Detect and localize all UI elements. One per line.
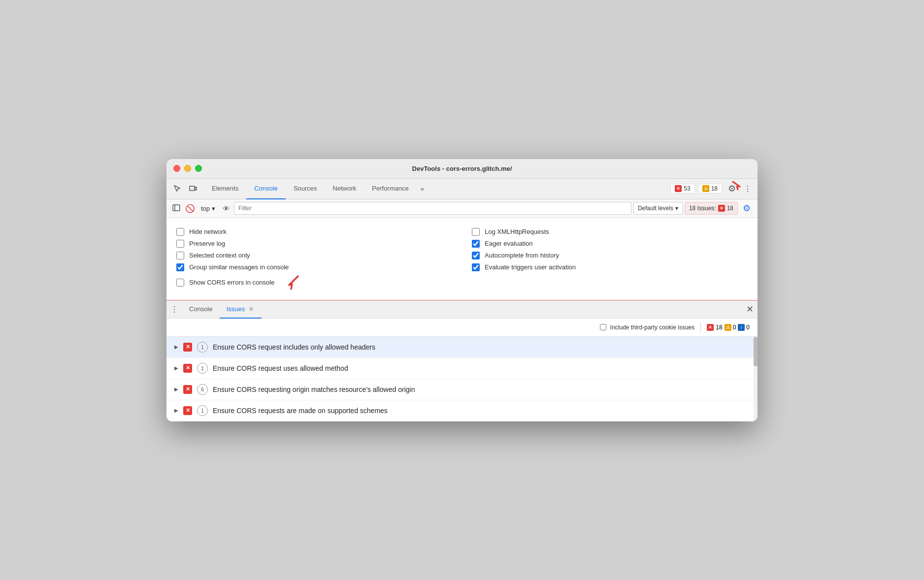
context-dropdown-arrow: ▾ xyxy=(212,205,215,212)
group-similar-label: Group similar messages in console xyxy=(189,263,289,271)
selected-context-checkbox[interactable] xyxy=(176,252,184,259)
log-xml-checkbox[interactable] xyxy=(472,228,480,236)
error-count-badge[interactable]: ✕ 53 xyxy=(670,184,694,193)
traffic-lights xyxy=(173,165,202,172)
log-levels-selector[interactable]: Default levels ▾ xyxy=(633,202,683,215)
window-title: DevTools - cors-errors.glitch.me/ xyxy=(412,165,512,172)
issue-count-3: 6 xyxy=(197,384,208,395)
selected-context-row: Selected context only xyxy=(176,250,452,261)
titlebar: DevTools - cors-errors.glitch.me/ xyxy=(166,159,758,179)
group-similar-row: Group similar messages in console xyxy=(176,261,452,273)
console-settings-button[interactable]: ⚙ xyxy=(740,201,754,215)
eager-eval-row: Eager evaluation xyxy=(472,238,748,250)
eval-triggers-row: Evaluate triggers user activation xyxy=(472,261,748,273)
svg-rect-1 xyxy=(195,187,197,190)
device-toolbar-button[interactable] xyxy=(186,182,200,195)
warn-count-badge[interactable]: ⚠ 18 xyxy=(698,184,722,193)
close-issues-tab-button[interactable]: ✕ xyxy=(248,306,255,313)
issue-title-3: Ensure CORS requesting origin matches re… xyxy=(213,386,415,393)
tab-elements[interactable]: Elements xyxy=(204,179,246,199)
tabs-right: ✕ 53 ⚠ 18 ⚙ ⋮ xyxy=(670,182,754,195)
tab-icons xyxy=(170,182,200,195)
third-party-filter: Include third-party cookie issues xyxy=(600,324,694,331)
preserve-log-checkbox[interactable] xyxy=(176,240,184,248)
issue-error-icon-4: ✕ xyxy=(183,406,192,415)
scrollbar-track xyxy=(754,337,758,421)
issue-count-1: 1 xyxy=(197,342,208,353)
autocomplete-row: Autocomplete from history xyxy=(472,250,748,261)
close-bottom-panel-button[interactable]: ✕ xyxy=(746,304,754,315)
issue-row-2[interactable]: ▶ ✕ 1 Ensure CORS request uses allowed m… xyxy=(166,358,758,379)
context-selector[interactable]: top ▾ xyxy=(198,204,218,213)
more-tabs-button[interactable]: » xyxy=(417,185,428,193)
autocomplete-checkbox[interactable] xyxy=(472,252,480,259)
issue-row-3[interactable]: ▶ ✕ 6 Ensure CORS requesting origin matc… xyxy=(166,379,758,400)
settings-left-col: Hide network Preserve log Selected conte… xyxy=(176,226,452,292)
third-party-checkbox[interactable] xyxy=(600,324,606,330)
selected-context-label: Selected context only xyxy=(189,252,250,259)
issue-row-4[interactable]: ▶ ✕ 1 Ensure CORS requests are made on s… xyxy=(166,400,758,421)
close-button[interactable] xyxy=(173,165,180,172)
issue-title-1: Ensure CORS request includes only allowe… xyxy=(213,343,375,351)
expand-icon-2: ▶ xyxy=(174,365,178,371)
issue-title-2: Ensure CORS request uses allowed method xyxy=(213,364,348,372)
issues-list: ▶ ✕ 1 Ensure CORS request includes only … xyxy=(166,337,758,421)
bottom-tab-issues[interactable]: Issues ✕ xyxy=(220,301,262,319)
show-cors-row: Show CORS errors in console xyxy=(176,273,452,292)
tab-console[interactable]: Console xyxy=(246,179,286,199)
eager-eval-label: Eager evaluation xyxy=(485,240,533,247)
bottom-tab-console[interactable]: Console xyxy=(182,301,220,319)
maximize-button[interactable] xyxy=(195,165,202,172)
minimize-button[interactable] xyxy=(184,165,191,172)
issue-title-4: Ensure CORS requests are made on support… xyxy=(213,407,388,415)
settings-button[interactable]: ⚙ xyxy=(725,182,739,195)
issues-warn-icon: ⚠ xyxy=(725,324,731,331)
live-expression-button[interactable]: 👁 xyxy=(220,202,232,214)
inspect-element-button[interactable] xyxy=(170,182,184,195)
main-tabs-bar: Elements Console Sources Network Perform… xyxy=(166,179,758,199)
autocomplete-label: Autocomplete from history xyxy=(485,252,559,259)
issue-count-4: 1 xyxy=(197,405,208,416)
filter-divider xyxy=(700,322,701,332)
hide-network-checkbox[interactable] xyxy=(176,228,184,236)
console-toolbar: 🚫 top ▾ 👁 Default levels ▾ 18 Issues: ✕ … xyxy=(166,199,758,218)
issues-error-count: 18 xyxy=(716,324,722,331)
show-sidebar-button[interactable] xyxy=(170,202,182,214)
scrollbar-thumb[interactable] xyxy=(754,337,758,366)
issues-filter-error-icon: ✕ xyxy=(707,324,714,331)
issues-info-icon: i xyxy=(738,324,745,331)
issue-error-icon-3: ✕ xyxy=(183,385,192,394)
issue-error-icon-2: ✕ xyxy=(183,364,192,373)
show-cors-checkbox[interactable] xyxy=(176,279,184,287)
filter-input[interactable] xyxy=(234,202,631,215)
issue-row-1[interactable]: ▶ ✕ 1 Ensure CORS request includes only … xyxy=(166,337,758,358)
preserve-log-row: Preserve log xyxy=(176,238,452,250)
issues-filter-bar: Include third-party cookie issues ✕ 18 ⚠… xyxy=(166,319,758,337)
clear-console-button[interactable]: 🚫 xyxy=(184,202,196,214)
tab-network[interactable]: Network xyxy=(325,179,364,199)
svg-rect-2 xyxy=(173,205,180,211)
panel-menu-button[interactable]: ⋮ xyxy=(170,305,178,314)
preserve-log-label: Preserve log xyxy=(189,240,225,247)
eval-triggers-checkbox[interactable] xyxy=(472,263,480,271)
more-options-button[interactable]: ⋮ xyxy=(742,182,754,195)
tab-sources[interactable]: Sources xyxy=(286,179,325,199)
group-similar-checkbox[interactable] xyxy=(176,263,184,271)
issues-error-icon: ✕ xyxy=(718,205,725,212)
devtools-window: DevTools - cors-errors.glitch.me/ Elemen… xyxy=(166,159,758,421)
settings-grid: Hide network Preserve log Selected conte… xyxy=(176,226,748,292)
bottom-panel: ⋮ Console Issues ✕ ✕ Include third-party… xyxy=(166,301,758,421)
settings-right-col: Log XMLHttpRequests Eager evaluation Aut… xyxy=(472,226,748,292)
warn-icon: ⚠ xyxy=(702,185,709,192)
log-xml-row: Log XMLHttpRequests xyxy=(472,226,748,238)
third-party-label: Include third-party cookie issues xyxy=(610,324,694,331)
eager-eval-checkbox[interactable] xyxy=(472,240,480,248)
issue-count-2: 1 xyxy=(197,363,208,374)
issues-badge[interactable]: 18 Issues: ✕ 18 xyxy=(685,202,738,215)
expand-icon-1: ▶ xyxy=(174,344,178,350)
expand-icon-3: ▶ xyxy=(174,387,178,392)
issue-error-icon-1: ✕ xyxy=(183,343,192,352)
settings-panel: Hide network Preserve log Selected conte… xyxy=(166,218,758,301)
tab-performance[interactable]: Performance xyxy=(364,179,416,199)
hide-network-label: Hide network xyxy=(189,228,227,235)
